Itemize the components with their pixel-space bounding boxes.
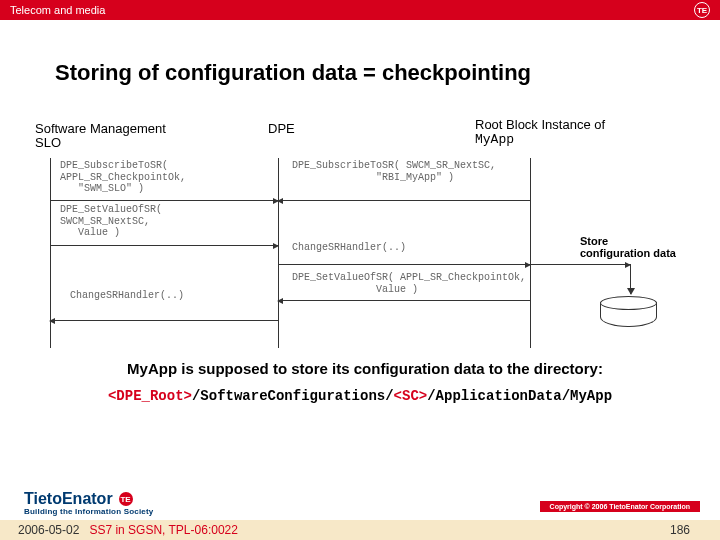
arrow-m5 [278,300,530,301]
sequence-diagram: Software Management SLO DPE Root Block I… [40,130,680,350]
arrow-store-h [530,264,630,265]
database-icon [600,296,655,326]
lifeline-label-rbi: Root Block Instance of MyApp [475,118,625,148]
msg-change-sr-slo: ChangeSRHandler(..) [70,290,184,302]
top-bar: Telecom and media TE [0,0,720,20]
msg-subscribe-swm: DPE_SubscribeToSR( APPL_SR_CheckpointOk,… [60,160,186,195]
lifeline-label-dpe: DPE [268,122,308,136]
arrow-m4 [278,264,530,265]
arrow-m2 [278,200,530,201]
store-config-label: Store configuration data [580,235,680,259]
lifeline-dpe [278,158,279,348]
arrow-m6 [50,320,278,321]
footer-date: 2006-05-02 [18,523,79,537]
page-number: 186 [670,523,690,537]
arrow-m1 [50,200,278,201]
msg-change-sr-rbi: ChangeSRHandler(..) [292,242,406,254]
brand-logo: TietoEnator TE [24,490,133,508]
msg-setvalue-nextsc: DPE_SetValueOfSR( SWCM_SR_NextSC, Value … [60,204,162,239]
footer-bar: 2006-05-02 SS7 in SGSN, TPL-06:0022 186 [0,520,720,540]
brand-logo-icon: TE [119,492,133,506]
brand-badge-icon: TE [694,2,710,18]
lifeline-rbi [530,158,531,348]
arrow-m3 [50,245,278,246]
slide-title: Storing of configuration data = checkpoi… [55,60,531,86]
category-label: Telecom and media [10,4,105,16]
msg-setvalue-checkpoint: DPE_SetValueOfSR( APPL_SR_CheckpointOk, … [292,272,526,295]
path-text: <DPE_Root>/SoftwareConfigurations/<SC>/A… [40,388,680,404]
lifeline-label-slo: Software Management SLO [35,122,185,151]
copyright-label: Copyright © 2006 TietoEnator Corporation [540,501,700,512]
caption-text: MyApp is supposed to store its configura… [55,360,675,377]
arrow-store-v [630,264,631,294]
footer-title: SS7 in SGSN, TPL-06:0022 [89,523,238,537]
brand-tagline: Building the Information Society [24,507,154,516]
msg-subscribe-rbi: DPE_SubscribeToSR( SWCM_SR_NextSC, "RBI_… [292,160,496,183]
brand-name: TietoEnator [24,490,113,508]
